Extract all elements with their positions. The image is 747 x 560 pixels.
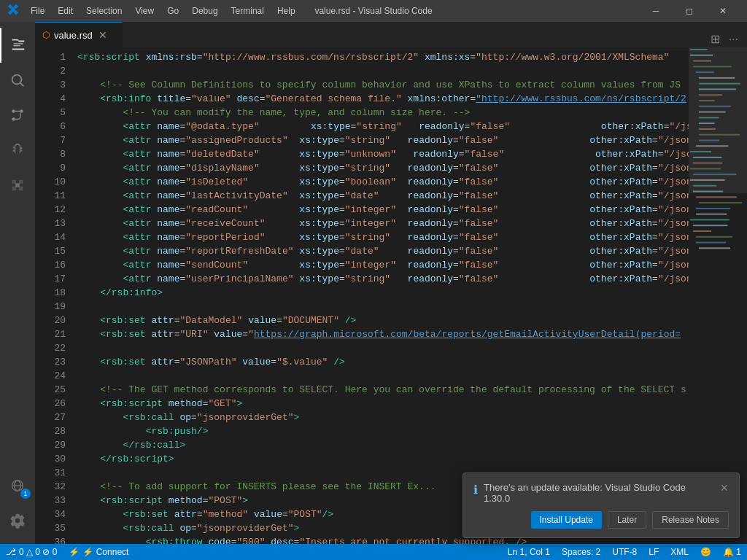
code-line-30: </rsb:script> <box>77 452 683 466</box>
settings-icon[interactable] <box>0 503 35 538</box>
extensions-icon[interactable] <box>0 168 35 203</box>
code-line-1: <rsb:script xmlns:rsb="http://www.rssbus… <box>77 50 683 64</box>
status-bar-right: Ln 1, Col 1 Spaces: 2 UTF-8 LF XML 😊 🔔 1 <box>502 544 747 560</box>
svg-point-6 <box>12 109 15 113</box>
code-line-27: <rsb:call op="jsonproviderGet"> <box>77 411 683 424</box>
tab-file-icon: ⬡ <box>42 30 50 40</box>
svg-rect-1 <box>14 45 20 46</box>
indentation[interactable]: Spaces: 2 <box>556 544 606 560</box>
code-line-8: <attr name="deletedDate" xs:type="unknow… <box>77 147 683 161</box>
notification-close-button[interactable]: ✕ <box>720 482 729 494</box>
code-line-19 <box>77 300 683 314</box>
code-line-3: <!-- See Column Definitions to specify c… <box>77 78 683 92</box>
window-controls: ─ ◻ ✕ <box>639 0 740 22</box>
later-button[interactable]: Later <box>608 511 646 529</box>
code-line-24 <box>77 369 683 383</box>
code-line-16: <attr name="sendCount" xs:type="integer"… <box>77 258 683 272</box>
search-icon[interactable] <box>0 63 35 98</box>
code-line-15: <attr name="reportRefreshDate" xs:type="… <box>77 244 683 258</box>
code-line-11: <attr name="lastActivityDate" xs:type="d… <box>77 189 683 203</box>
code-line-23: <rsb:set attr="JSONPath" value="$.value"… <box>77 355 683 369</box>
svg-rect-0 <box>14 43 23 44</box>
restore-button[interactable]: ◻ <box>673 0 706 22</box>
tab-value-rsd[interactable]: ⬡ value.rsd ✕ <box>35 22 123 47</box>
tab-label: value.rsd <box>54 30 93 41</box>
window-title: value.rsd - Visual Studio Code <box>314 6 432 16</box>
notification-buttons: Install Update Later Release Notes <box>473 511 729 529</box>
notification-badge: 1 <box>20 489 31 499</box>
code-line-28: <rsb:push/> <box>77 424 683 438</box>
release-notes-button[interactable]: Release Notes <box>652 511 729 529</box>
encoding[interactable]: UTF-8 <box>606 544 643 560</box>
code-line-6: <attr name="@odata.type" xs:type="string… <box>77 120 683 133</box>
line-numbers: 1 2 3 4 5 6 7 8 9 10 11 12 13 14 15 16 1… <box>35 47 71 544</box>
menu-terminal[interactable]: Terminal <box>225 4 270 18</box>
code-line-7: <attr name="assignedProducts" xs:type="s… <box>77 133 683 147</box>
menu-selection[interactable]: Selection <box>80 4 128 18</box>
notification-popup: ℹ There's an update available: Visual St… <box>462 472 740 538</box>
code-line-13: <attr name="receiveCount" xs:type="integ… <box>77 217 683 230</box>
menu-edit[interactable]: Edit <box>52 4 79 18</box>
code-content[interactable]: <rsb:script xmlns:rsb="http://www.rssbus… <box>71 47 689 544</box>
editor-area: ⬡ value.rsd ✕ ⊞ ··· 1 2 3 4 5 6 7 8 9 <box>35 22 747 544</box>
code-line-14: <attr name="reportPeriod" xs:type="strin… <box>77 230 683 244</box>
source-control-icon[interactable] <box>0 98 35 133</box>
code-line-22 <box>77 341 683 355</box>
git-status-text: 0 △ 0 ⊘ 0 <box>19 547 57 557</box>
code-line-10: <attr name="isDeleted" xs:type="boolean"… <box>77 175 683 189</box>
main-layout: 1 ⬡ value.rsd ✕ ⊞ ··· 1 2 <box>0 22 747 544</box>
vscode-logo <box>7 4 19 18</box>
menu-view[interactable]: View <box>129 4 160 18</box>
code-line-4: <rsb:info title="value" desc="Generated … <box>77 92 683 106</box>
install-update-button[interactable]: Install Update <box>531 511 602 529</box>
status-bar: ⎇ 0 △ 0 ⊘ 0 ⚡ ⚡ Connect Ln 1, Col 1 Spac… <box>0 544 747 560</box>
language-mode[interactable]: XML <box>665 544 694 560</box>
code-line-29: </rsb:call> <box>77 438 683 452</box>
eol[interactable]: LF <box>643 544 665 560</box>
code-line-9: <attr name="displayName" xs:type="string… <box>77 161 683 175</box>
tab-actions: ⊞ ··· <box>708 31 747 47</box>
code-editor[interactable]: 1 2 3 4 5 6 7 8 9 10 11 12 13 14 15 16 1… <box>35 47 747 544</box>
remote-icon[interactable]: 1 <box>0 468 35 503</box>
code-line-26: <rsb:script method="GET"> <box>77 397 683 411</box>
git-icon: ⎇ <box>6 547 16 557</box>
close-button[interactable]: ✕ <box>706 0 740 22</box>
code-line-2 <box>77 64 683 78</box>
notification-message: There's an update available: Visual Stud… <box>484 482 714 504</box>
menu-help[interactable]: Help <box>271 4 301 18</box>
split-editor-button[interactable]: ⊞ <box>708 31 723 47</box>
menu-go[interactable]: Go <box>161 4 185 18</box>
svg-rect-7 <box>15 183 20 187</box>
code-line-18: </rsb:info> <box>77 286 683 300</box>
code-line-12: <attr name="readCount" xs:type="integer"… <box>77 203 683 217</box>
connect-status[interactable]: ⚡ ⚡ Connect <box>63 544 134 560</box>
more-actions-button[interactable]: ··· <box>726 31 741 47</box>
connect-label: ⚡ Connect <box>82 547 128 557</box>
tab-bar: ⬡ value.rsd ✕ ⊞ ··· <box>35 22 747 47</box>
git-branch-status[interactable]: ⎇ 0 △ 0 ⊘ 0 <box>0 544 63 560</box>
code-line-21: <rsb:set attr="URI" value="https://graph… <box>77 327 683 341</box>
activity-bar: 1 <box>0 22 35 544</box>
debug-icon[interactable] <box>0 133 35 168</box>
cursor-position[interactable]: Ln 1, Col 1 <box>502 544 556 560</box>
smiley-icon[interactable]: 😊 <box>694 544 717 560</box>
connect-icon: ⚡ <box>69 547 80 557</box>
tab-close-button[interactable]: ✕ <box>97 29 109 41</box>
notification-count[interactable]: 🔔 1 <box>717 544 747 560</box>
svg-point-4 <box>12 117 15 121</box>
code-line-5: <!-- You can modify the name, type, and … <box>77 106 683 120</box>
minimap-viewport <box>689 47 747 193</box>
minimize-button[interactable]: ─ <box>639 0 673 22</box>
menu-debug[interactable]: Debug <box>186 4 223 18</box>
svg-point-5 <box>20 109 23 113</box>
menu-file[interactable]: File <box>25 4 50 18</box>
menu-bar: File Edit Selection View Go Debug Termin… <box>25 4 301 18</box>
explorer-icon[interactable] <box>0 28 35 63</box>
status-bar-left: ⎇ 0 △ 0 ⊘ 0 ⚡ ⚡ Connect <box>0 544 134 560</box>
svg-point-2 <box>12 75 22 85</box>
svg-line-3 <box>20 83 23 86</box>
code-line-20: <rsb:set attr="DataModel" value="DOCUMEN… <box>77 314 683 327</box>
code-line-17: <attr name="userPrincipalName" xs:type="… <box>77 272 683 286</box>
minimap[interactable] <box>689 47 747 544</box>
activity-bar-bottom: 1 <box>0 468 35 544</box>
